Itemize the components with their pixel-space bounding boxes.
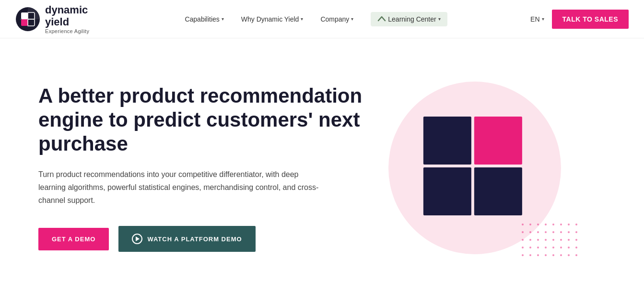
talk-to-sales-button[interactable]: TALK TO SALES [552, 10, 629, 29]
chevron-down-icon: ▾ [542, 16, 544, 22]
nav-right: EN ▾ TALK TO SALES [530, 10, 629, 29]
logo-icon [15, 7, 40, 32]
language-selector[interactable]: EN ▾ [530, 15, 544, 23]
get-demo-button[interactable]: GET A DEMO [38, 228, 109, 250]
hero-content: A better product recommendation engine t… [38, 84, 374, 252]
square-bottom-left [423, 167, 471, 215]
hero-section: A better product recommendation engine t… [0, 38, 644, 295]
svg-rect-4 [28, 19, 35, 26]
play-triangle [136, 236, 140, 241]
brand-name-line1: dynamic [45, 4, 89, 16]
nav-why-dy[interactable]: Why Dynamic Yield ▾ [241, 15, 304, 23]
watch-demo-button[interactable]: WATCH A PLATFORM DEMO [118, 226, 255, 252]
chevron-down-icon: ▾ [301, 16, 303, 22]
hero-buttons: GET A DEMO WATCH A PLATFORM DEMO [38, 226, 374, 252]
chevron-down-icon: ▾ [351, 16, 353, 22]
square-top-left [423, 117, 471, 165]
hero-visual [374, 67, 575, 269]
hero-title: A better product recommendation engine t… [38, 84, 374, 156]
logo-text: dynamic yield Experience Agility [45, 4, 89, 34]
square-bottom-right [474, 167, 522, 215]
brand-tagline: Experience Agility [45, 28, 89, 34]
chevron-down-icon: ▾ [222, 16, 224, 22]
hero-subtitle: Turn product recommendations into your c… [38, 168, 326, 207]
nav-company[interactable]: Company ▾ [320, 15, 353, 23]
nav-capabilities[interactable]: Capabilities ▾ [185, 15, 223, 23]
play-icon [132, 234, 142, 244]
svg-rect-1 [21, 12, 28, 19]
svg-rect-3 [21, 19, 28, 26]
chevron-down-icon: ▾ [438, 16, 441, 22]
maven-icon [377, 15, 386, 24]
svg-rect-2 [28, 12, 35, 19]
brand-name-line2: yield [45, 16, 89, 28]
dot-grid-decoration [522, 224, 580, 259]
logo[interactable]: dynamic yield Experience Agility [15, 4, 102, 34]
square-top-right [474, 117, 522, 165]
product-grid-squares [423, 117, 522, 215]
nav-learning-center[interactable]: Learning Center ▾ [371, 12, 447, 26]
nav-links: Capabilities ▾ Why Dynamic Yield ▾ Compa… [102, 12, 530, 26]
navbar: dynamic yield Experience Agility Capabil… [0, 0, 644, 38]
